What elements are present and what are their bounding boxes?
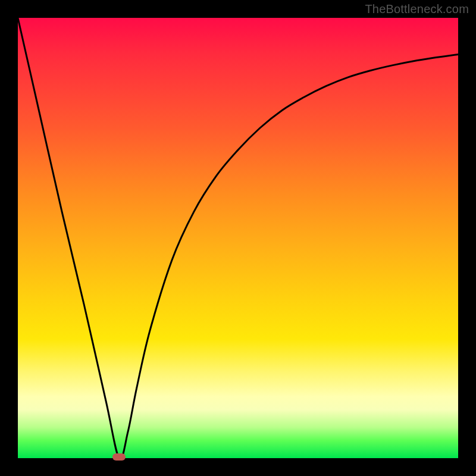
- watermark-text: TheBottleneck.com: [365, 2, 469, 16]
- plot-area: [18, 18, 458, 458]
- chart-frame: TheBottleneck.com: [0, 0, 476, 476]
- curve-layer: [18, 18, 458, 458]
- bottleneck-curve: [18, 18, 458, 459]
- min-marker: [112, 453, 126, 461]
